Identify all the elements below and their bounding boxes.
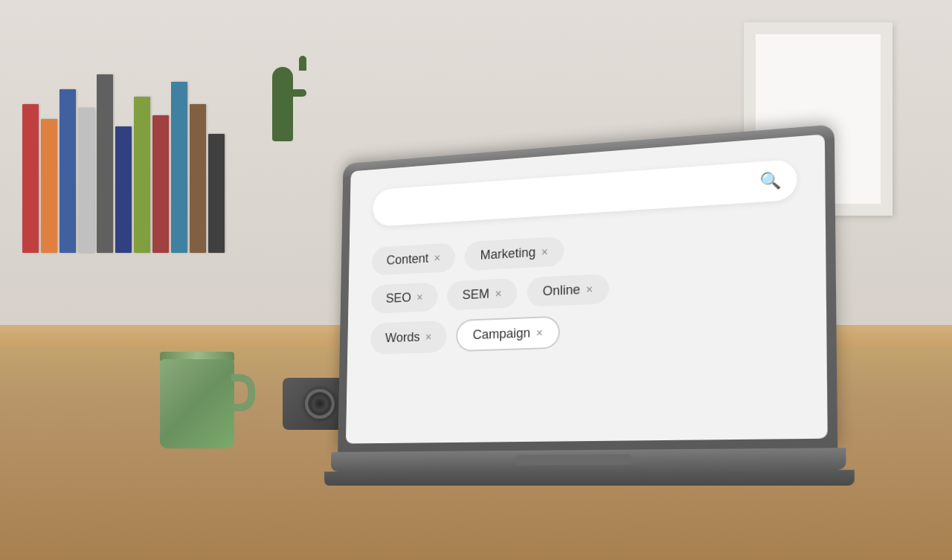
book — [41, 119, 57, 253]
tag-label: SEM — [463, 286, 490, 303]
book — [134, 97, 150, 253]
tag-label: Campaign — [473, 326, 531, 343]
tag-label: Online — [543, 283, 581, 300]
tag-label: Content — [386, 251, 428, 268]
laptop-screen-content: 🔍 Content×Marketing×SEO×SEM×Online×Words… — [346, 134, 828, 443]
book — [171, 82, 187, 253]
books — [22, 59, 225, 253]
search-icon[interactable]: 🔍 — [759, 170, 781, 191]
keyword-tag[interactable]: SEO× — [371, 282, 438, 314]
keyword-tag[interactable]: Marketing× — [465, 236, 564, 271]
tag-label: Marketing — [480, 245, 536, 263]
search-bar: 🔍 — [373, 159, 797, 227]
keyword-tag[interactable]: Campaign× — [456, 316, 560, 353]
tag-remove-icon[interactable]: × — [586, 283, 593, 296]
book — [152, 115, 169, 253]
cactus — [268, 67, 298, 141]
keyword-tag[interactable]: Online× — [527, 274, 609, 307]
tags-area: Content×Marketing×SEO×SEM×Online×Words×C… — [370, 222, 798, 355]
trackpad — [515, 454, 632, 466]
book — [97, 74, 113, 253]
book — [22, 104, 39, 253]
laptop-hinge — [324, 470, 855, 486]
laptop-screen-lid: 🔍 Content×Marketing×SEO×SEM×Online×Words… — [338, 124, 837, 452]
book — [208, 134, 225, 253]
keyword-input-label — [393, 182, 752, 207]
tag-row: Words×Campaign× — [370, 306, 798, 355]
tag-remove-icon[interactable]: × — [536, 326, 543, 340]
book — [60, 89, 76, 253]
laptop-base — [331, 448, 846, 472]
tag-remove-icon[interactable]: × — [495, 287, 501, 300]
scene: 🔍 Content×Marketing×SEO×SEM×Online×Words… — [0, 0, 952, 560]
keyword-tag[interactable]: SEM× — [447, 278, 517, 310]
book — [78, 108, 94, 253]
keyword-tag[interactable]: Words× — [370, 321, 447, 355]
book — [190, 104, 206, 253]
tag-remove-icon[interactable]: × — [434, 251, 440, 264]
laptop: 🔍 Content×Marketing×SEO×SEM×Online×Words… — [337, 123, 855, 486]
coffee-mug — [160, 352, 234, 448]
keyword-tag[interactable]: Content× — [372, 242, 456, 276]
tag-remove-icon[interactable]: × — [541, 245, 548, 259]
tag-label: SEO — [386, 290, 411, 306]
tag-remove-icon[interactable]: × — [425, 330, 432, 343]
tag-label: Words — [385, 329, 420, 345]
tag-remove-icon[interactable]: × — [416, 291, 423, 303]
book — [115, 126, 132, 253]
